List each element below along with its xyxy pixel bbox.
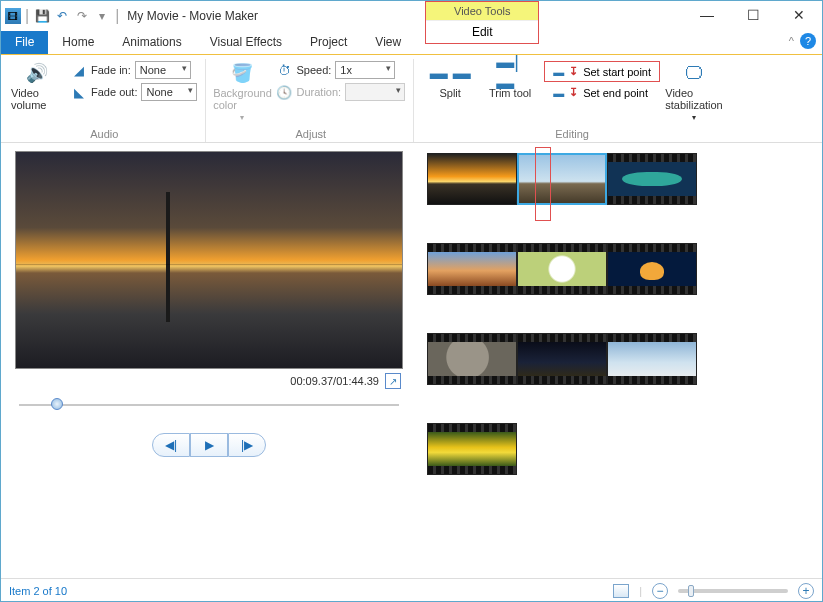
window-title: My Movie - Movie Maker	[127, 9, 258, 23]
redo-icon[interactable]: ↷	[73, 7, 91, 25]
fullscreen-icon[interactable]: ↗	[385, 373, 401, 389]
trim-tool-button[interactable]: ▬|▬ Trim tool	[484, 61, 536, 99]
set-start-label: Set start point	[583, 66, 651, 78]
pin-icon: ↧	[569, 86, 578, 99]
chevron-down-icon: ▾	[240, 113, 244, 122]
zoom-thumb[interactable]	[688, 585, 694, 597]
timeline-row	[427, 153, 798, 205]
clip-thumbnail[interactable]	[517, 243, 607, 295]
set-end-point-button[interactable]: ▬ ↧ Set end point	[544, 82, 660, 103]
view-mode-icon[interactable]	[613, 584, 629, 598]
speed-dropdown[interactable]: 1x	[335, 61, 395, 79]
duration-label: Duration:	[296, 86, 341, 98]
time-display: 00:09.37/01:44.39	[290, 375, 379, 387]
group-audio: 🔊 Video volume ◢ Fade in: None ◣ Fade ou…	[7, 59, 206, 142]
chevron-down-icon: ▾	[692, 113, 696, 122]
clip-thumbnail[interactable]	[427, 333, 517, 385]
set-end-label: Set end point	[583, 87, 648, 99]
menu-animations[interactable]: Animations	[108, 31, 195, 54]
clip-thumbnail[interactable]	[607, 243, 697, 295]
menu-home[interactable]: Home	[48, 31, 108, 54]
title-bar: | 💾 ↶ ↷ ▾ | My Movie - Movie Maker Video…	[1, 1, 822, 31]
stabilization-label: Video stabilization	[665, 87, 722, 111]
group-label-editing: Editing	[424, 125, 720, 140]
contextual-tab-header: Video Tools	[426, 2, 538, 20]
clip-thumbnail[interactable]	[427, 153, 517, 205]
timeline-row	[427, 423, 798, 475]
stabilization-icon: 🖵	[680, 61, 708, 85]
save-icon[interactable]: 💾	[33, 7, 51, 25]
fade-out-dropdown[interactable]: None	[141, 83, 197, 101]
split-icon: ▬ ▬	[436, 61, 464, 85]
split-button[interactable]: ▬ ▬ Split	[424, 61, 476, 99]
bucket-icon: 🪣	[228, 61, 256, 85]
split-label: Split	[439, 87, 460, 99]
start-marker-icon: ▬	[553, 66, 564, 78]
group-label-adjust: Adjust	[216, 125, 405, 140]
fade-out-icon: ◣	[71, 84, 87, 100]
trim-label: Trim tool	[489, 87, 531, 99]
video-volume-button[interactable]: 🔊 Video volume	[11, 61, 63, 111]
fade-in-icon: ◢	[71, 62, 87, 78]
separator: |	[115, 7, 119, 25]
zoom-slider[interactable]	[678, 589, 788, 593]
duration-dropdown	[345, 83, 405, 101]
video-stabilization-button[interactable]: 🖵 Video stabilization ▾	[668, 61, 720, 122]
playback-controls: ◀| ▶ |▶	[13, 433, 405, 457]
playhead-marker[interactable]	[535, 147, 551, 221]
timeline-row	[427, 333, 798, 385]
background-color-button: 🪣 Background color ▾	[216, 61, 268, 122]
help-icon[interactable]: ?	[800, 33, 816, 49]
group-editing: ▬ ▬ Split ▬|▬ Trim tool ▬ ↧ Set start po…	[420, 59, 728, 142]
ribbon: 🔊 Video volume ◢ Fade in: None ◣ Fade ou…	[1, 55, 822, 143]
end-marker-icon: ▬	[553, 87, 564, 99]
volume-icon: 🔊	[23, 61, 51, 85]
seek-thumb[interactable]	[51, 398, 63, 410]
zoom-out-button[interactable]: −	[652, 583, 668, 599]
content-area: 00:09.37/01:44.39 ↗ ◀| ▶ |▶	[1, 143, 822, 578]
group-label-audio: Audio	[11, 125, 197, 140]
timeline-row	[427, 243, 798, 295]
collapse-ribbon-icon[interactable]: ^	[789, 35, 794, 47]
fade-out-label: Fade out:	[91, 86, 137, 98]
qat-dropdown-icon[interactable]: ▾	[93, 7, 111, 25]
minimize-button[interactable]: —	[684, 1, 730, 29]
clip-thumbnail[interactable]	[427, 423, 517, 475]
timeline-pane[interactable]	[417, 143, 822, 578]
fade-in-label: Fade in:	[91, 64, 131, 76]
preview-seek-slider[interactable]	[13, 395, 405, 415]
menu-visual-effects[interactable]: Visual Effects	[196, 31, 296, 54]
status-text: Item 2 of 10	[9, 585, 67, 597]
clip-thumbnail[interactable]	[607, 153, 697, 205]
separator: |	[25, 7, 29, 25]
clip-thumbnail[interactable]	[607, 333, 697, 385]
speed-label: Speed:	[296, 64, 331, 76]
preview-pane: 00:09.37/01:44.39 ↗ ◀| ▶ |▶	[1, 143, 417, 578]
play-button[interactable]: ▶	[190, 433, 228, 457]
menu-bar: File Home Animations Visual Effects Proj…	[1, 31, 822, 55]
set-start-point-button[interactable]: ▬ ↧ Set start point	[544, 61, 660, 82]
clip-thumbnail[interactable]	[427, 243, 517, 295]
clip-thumbnail-selected[interactable]	[517, 153, 607, 205]
zoom-in-button[interactable]: +	[798, 583, 814, 599]
group-adjust: 🪣 Background color ▾ ⏱ Speed: 1x 🕓 Durat…	[212, 59, 414, 142]
separator: |	[639, 585, 642, 597]
preview-image	[15, 151, 403, 369]
app-icon	[5, 8, 21, 24]
maximize-button[interactable]: ☐	[730, 1, 776, 29]
menu-project[interactable]: Project	[296, 31, 361, 54]
status-bar: Item 2 of 10 | − +	[1, 578, 822, 602]
next-frame-button[interactable]: |▶	[228, 433, 266, 457]
fade-in-dropdown[interactable]: None	[135, 61, 191, 79]
menu-file[interactable]: File	[1, 31, 48, 54]
clip-thumbnail[interactable]	[517, 333, 607, 385]
menu-view[interactable]: View	[361, 31, 415, 54]
close-button[interactable]: ✕	[776, 1, 822, 29]
previous-frame-button[interactable]: ◀|	[152, 433, 190, 457]
trim-icon: ▬|▬	[496, 61, 524, 85]
undo-icon[interactable]: ↶	[53, 7, 71, 25]
pin-icon: ↧	[569, 65, 578, 78]
background-color-label: Background color	[213, 87, 272, 111]
duration-icon: 🕓	[276, 84, 292, 100]
speed-icon: ⏱	[276, 62, 292, 78]
